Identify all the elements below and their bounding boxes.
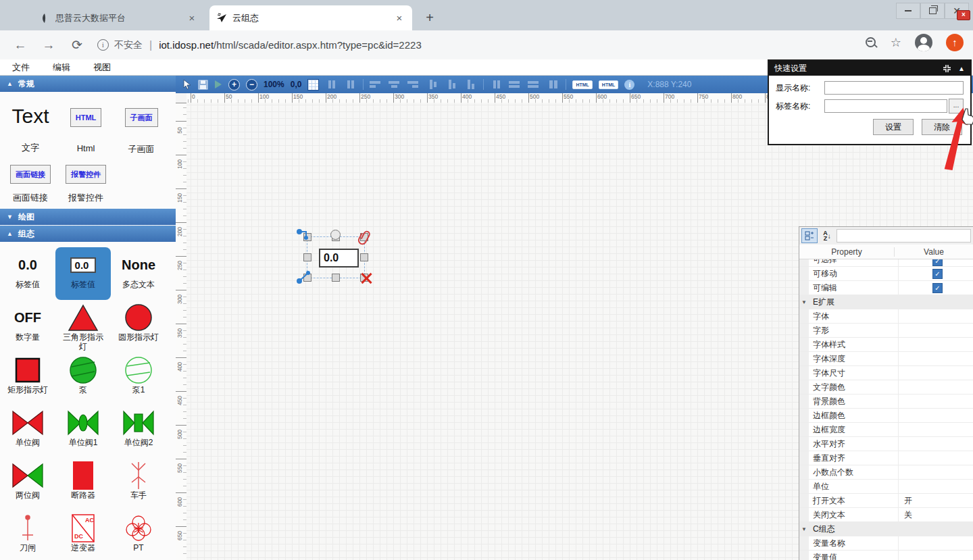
property-search-box[interactable] bbox=[837, 229, 971, 243]
palette-item-valve2[interactable]: 单位阀2 bbox=[111, 405, 166, 458]
palette-item-screen-link[interactable]: 画面链接 画面链接 bbox=[3, 165, 58, 204]
property-row-font-style[interactable]: 字体样式 bbox=[799, 338, 973, 352]
palette-item-triangle-indicator[interactable]: 三角形指示灯 bbox=[55, 300, 111, 353]
panel-header-scada[interactable]: ▲ 组态 bbox=[0, 226, 176, 242]
property-row-open-text[interactable]: 打开文本开 bbox=[799, 494, 973, 508]
property-row-selectable[interactable]: 可选择✓ bbox=[799, 259, 973, 267]
forward-icon[interactable]: → bbox=[41, 38, 57, 53]
selection-handle[interactable] bbox=[360, 253, 368, 261]
palette-item-valve1[interactable]: 单位阀1 bbox=[55, 405, 111, 458]
checkbox-checked[interactable]: ✓ bbox=[932, 269, 943, 279]
property-row-close-text[interactable]: 关闭文本关 bbox=[799, 508, 973, 522]
property-row-unit[interactable]: 单位 bbox=[799, 480, 973, 494]
palette-item-pt[interactable]: PT bbox=[111, 511, 166, 560]
zoom-out-icon[interactable]: − bbox=[246, 79, 257, 91]
menu-edit[interactable]: 编辑 bbox=[53, 61, 70, 74]
select-cursor-icon[interactable] bbox=[182, 79, 192, 90]
palette-item-knife-switch[interactable]: 刀闸 bbox=[0, 511, 55, 560]
display-name-input[interactable] bbox=[824, 81, 964, 95]
info-icon[interactable]: i bbox=[624, 80, 634, 90]
property-row-text-color[interactable]: 文字颜色 bbox=[799, 380, 973, 394]
html-preview-icon[interactable]: HTML bbox=[599, 80, 618, 89]
property-column-header[interactable]: Property bbox=[799, 247, 894, 257]
palette-item-hand-truck[interactable]: 车手 bbox=[111, 458, 166, 511]
checkbox-checked[interactable]: ✓ bbox=[932, 283, 943, 293]
palette-item-alarm-control[interactable]: 报警控件 报警控件 bbox=[58, 165, 114, 204]
attach-tag-icon[interactable] bbox=[357, 230, 372, 246]
palette-item-digital-value[interactable]: OFF 数字量 bbox=[0, 300, 55, 353]
grid-toggle-icon[interactable] bbox=[307, 79, 319, 91]
menu-view[interactable]: 视图 bbox=[93, 61, 111, 74]
panel-header-drawing[interactable]: ▼ 绘图 bbox=[0, 209, 176, 225]
same-size-icon[interactable] bbox=[547, 80, 559, 90]
set-button[interactable]: 设置 bbox=[873, 119, 914, 135]
property-row-v-align[interactable]: 垂直对齐 bbox=[799, 451, 973, 465]
property-row-font-size[interactable]: 字体尺寸 bbox=[799, 366, 973, 380]
palette-item-breaker[interactable]: 断路器 bbox=[55, 458, 111, 511]
align-center-icon[interactable] bbox=[389, 80, 401, 90]
property-row-movable[interactable]: 可移动✓ bbox=[799, 267, 973, 281]
align-middle-icon[interactable] bbox=[445, 80, 458, 90]
palette-item-pump1[interactable]: 泵1 bbox=[111, 353, 166, 405]
quick-settings-header[interactable]: 快速设置 ▲ bbox=[769, 61, 970, 76]
save-icon[interactable] bbox=[198, 80, 208, 90]
html-export-icon[interactable]: HTML bbox=[572, 80, 592, 89]
site-info-icon[interactable]: i bbox=[97, 39, 109, 51]
property-row-border-color[interactable]: 边框颜色 bbox=[799, 409, 973, 423]
browser-update-icon[interactable]: ↑ bbox=[946, 34, 964, 51]
palette-item-tag-value-text[interactable]: 0.0 标签值 bbox=[0, 247, 55, 300]
palette-item-circle-indicator[interactable]: 圆形指示灯 bbox=[111, 300, 166, 353]
distribute-v-icon[interactable] bbox=[528, 80, 541, 90]
back-icon[interactable]: ← bbox=[12, 38, 28, 53]
tab-scada-editor[interactable]: 云组态 × bbox=[209, 5, 412, 30]
new-tab-button[interactable]: + bbox=[420, 8, 439, 27]
property-row-font-weight[interactable]: 字体深度 bbox=[799, 352, 973, 366]
palette-item-multistate-text[interactable]: None 多态文本 bbox=[111, 247, 166, 300]
zoom-in-icon[interactable]: + bbox=[228, 79, 240, 91]
property-row-decimals[interactable]: 小数点个数 bbox=[799, 465, 973, 480]
palette-item-two-way-valve[interactable]: 两位阀 bbox=[0, 458, 55, 511]
property-row-font[interactable]: 字体 bbox=[799, 309, 973, 324]
dock-panel-icon[interactable] bbox=[943, 64, 951, 73]
palette-item-text[interactable]: Text 文字 bbox=[3, 99, 58, 155]
property-row-h-align[interactable]: 水平对齐 bbox=[799, 437, 973, 451]
ungroup-icon[interactable] bbox=[344, 80, 357, 90]
palette-item-subscreen[interactable]: 子画面 子画面 bbox=[114, 99, 169, 155]
tab-close-icon[interactable]: × bbox=[186, 12, 198, 24]
align-top-icon[interactable] bbox=[426, 80, 439, 90]
distribute-h-icon[interactable] bbox=[509, 80, 522, 90]
bookmark-star-icon[interactable]: ☆ bbox=[891, 35, 901, 50]
reload-icon[interactable]: ⟳ bbox=[69, 37, 85, 53]
property-category-extend[interactable]: ▼E扩展 bbox=[799, 295, 973, 309]
close-button[interactable]: ✕ × bbox=[945, 3, 969, 19]
property-row-editable[interactable]: 可编辑✓ bbox=[799, 281, 973, 295]
panel-header-general[interactable]: ▲ 常规 bbox=[0, 76, 176, 92]
collapse-panel-icon[interactable]: ▲ bbox=[958, 65, 965, 72]
same-width-icon[interactable] bbox=[490, 80, 503, 90]
palette-item-tag-value-box[interactable]: 0.0 标签值 bbox=[55, 247, 111, 300]
tab-close-icon[interactable]: × bbox=[393, 12, 405, 24]
zoom-out-page-icon[interactable] bbox=[865, 36, 877, 49]
restore-button[interactable] bbox=[920, 3, 945, 19]
profile-avatar[interactable] bbox=[915, 34, 932, 51]
align-left-icon[interactable] bbox=[370, 80, 382, 90]
rotate-handle[interactable] bbox=[330, 230, 341, 240]
palette-item-html[interactable]: HTML Html bbox=[58, 99, 114, 155]
delete-icon[interactable] bbox=[359, 272, 373, 285]
property-row-variable-value[interactable]: 变量值 bbox=[799, 551, 973, 560]
property-row-bg-color[interactable]: 背景颜色 bbox=[799, 394, 973, 409]
palette-item-pump[interactable]: 泵 bbox=[55, 353, 111, 405]
property-row-border-width[interactable]: 边框宽度 bbox=[799, 423, 973, 437]
value-column-header[interactable]: Value bbox=[894, 247, 973, 257]
align-right-icon[interactable] bbox=[407, 80, 420, 90]
palette-item-inverter[interactable]: ACDC 逆变器 bbox=[55, 511, 111, 560]
align-bottom-icon[interactable] bbox=[464, 80, 477, 90]
connector-handle-icon[interactable] bbox=[297, 228, 311, 242]
connector-line-icon[interactable] bbox=[297, 269, 311, 284]
tag-name-input[interactable] bbox=[824, 99, 947, 113]
run-icon[interactable] bbox=[214, 80, 222, 89]
minimize-button[interactable] bbox=[896, 3, 920, 19]
selection-handle[interactable] bbox=[303, 253, 311, 261]
categorized-view-button[interactable] bbox=[801, 228, 818, 243]
group-icon[interactable] bbox=[325, 80, 338, 90]
